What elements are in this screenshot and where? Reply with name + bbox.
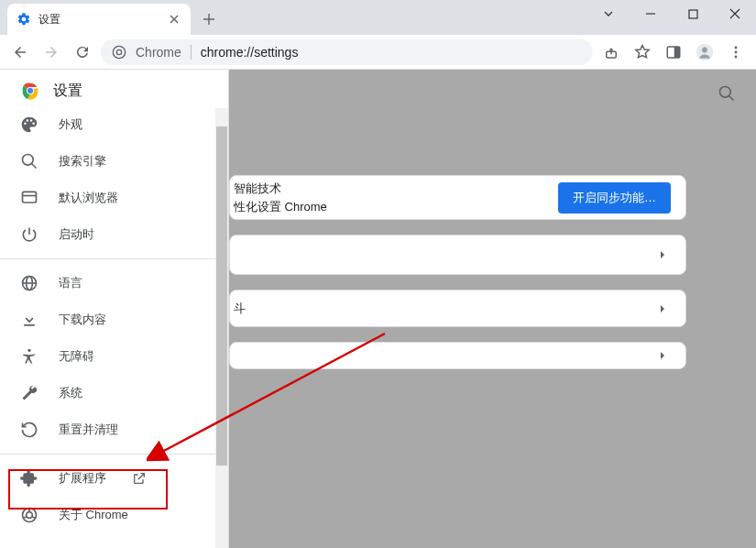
svg-point-2 xyxy=(116,49,121,54)
sync-promo-card: 智能技术 性化设置 Chrome 开启同步功能… xyxy=(229,175,686,220)
new-tab-button[interactable] xyxy=(196,6,222,32)
omnibox-separator xyxy=(191,45,192,60)
chevron-right-icon xyxy=(658,250,667,259)
forward-button[interactable] xyxy=(38,39,64,65)
sidebar-item-appearance[interactable]: 外观 xyxy=(0,106,228,143)
omnibox-prefix: Chrome xyxy=(136,45,181,60)
svg-point-9 xyxy=(735,46,738,49)
bookmark-button[interactable] xyxy=(630,39,655,65)
browser-toolbar: Chrome chrome://settings xyxy=(0,35,756,70)
sidebar-item-label: 重置并清理 xyxy=(59,422,118,438)
sidebar-item-search-engine[interactable]: 搜索引擎 xyxy=(0,143,228,180)
gear-icon xyxy=(16,12,31,27)
sidebar-item-label: 搜索引擎 xyxy=(59,153,106,170)
svg-line-26 xyxy=(23,517,27,519)
sidebar-divider xyxy=(0,258,228,259)
chrome-logo-icon xyxy=(20,81,40,101)
sidebar-item-label: 关于 Chrome xyxy=(59,507,128,523)
window-titlebar: 设置 xyxy=(0,0,756,35)
tab-title: 设置 xyxy=(38,12,159,27)
sidebar-item-label: 语言 xyxy=(59,275,82,291)
window-minimize-button[interactable] xyxy=(630,0,672,27)
sidebar-item-label: 外观 xyxy=(59,116,82,133)
svg-rect-6 xyxy=(675,47,680,58)
sidebar-item-system[interactable]: 系统 xyxy=(0,375,228,411)
chevron-right-icon xyxy=(658,351,667,360)
svg-point-10 xyxy=(735,50,738,53)
svg-line-16 xyxy=(32,164,37,169)
sidebar-item-default-browser[interactable]: 默认浏览器 xyxy=(0,180,228,216)
omnibox-url: chrome://settings xyxy=(201,45,299,60)
window-close-button[interactable] xyxy=(714,0,756,27)
tab-close-button[interactable] xyxy=(167,12,181,27)
sidebar-item-extensions[interactable]: 扩展程序 xyxy=(0,460,228,497)
chrome-badge-icon xyxy=(112,45,126,60)
svg-point-1 xyxy=(113,46,125,58)
back-button[interactable] xyxy=(7,39,33,65)
sidebar-scrollbar-track[interactable] xyxy=(215,108,228,548)
svg-point-8 xyxy=(702,47,707,52)
accessibility-icon xyxy=(20,347,38,366)
turn-on-sync-button[interactable]: 开启同步功能… xyxy=(558,182,671,214)
card-text-fragment: 斗 xyxy=(234,301,246,317)
reload-button[interactable] xyxy=(70,39,95,65)
svg-point-11 xyxy=(735,55,738,58)
sidebar-header: 设置 xyxy=(0,70,228,106)
menu-button[interactable] xyxy=(723,39,749,65)
external-link-icon xyxy=(132,471,147,486)
window-chevron-button[interactable] xyxy=(587,0,630,27)
sidebar-divider xyxy=(0,454,228,455)
sidebar-item-label: 默认浏览器 xyxy=(59,190,118,206)
sidebar-item-label: 启动时 xyxy=(59,226,94,243)
settings-row-card[interactable] xyxy=(229,342,686,369)
download-icon xyxy=(20,311,38,329)
svg-line-29 xyxy=(729,96,734,101)
settings-sidebar: 设置 外观 搜索引擎 默认浏览器 启动时 语言 xyxy=(0,70,229,548)
window-controls xyxy=(587,0,756,27)
browser-tab[interactable]: 设置 xyxy=(7,4,191,35)
browser-icon xyxy=(20,189,38,207)
sidebar-title: 设置 xyxy=(53,82,82,101)
wrench-icon xyxy=(20,384,38,402)
svg-point-15 xyxy=(23,155,34,166)
globe-icon xyxy=(20,274,38,292)
extension-icon xyxy=(20,469,38,488)
settings-row-card[interactable]: 斗 xyxy=(229,290,686,327)
sidebar-item-label: 扩展程序 xyxy=(59,470,106,487)
svg-line-27 xyxy=(32,517,36,519)
sidebar-item-reset[interactable]: 重置并清理 xyxy=(0,411,228,448)
sidebar-item-languages[interactable]: 语言 xyxy=(0,265,228,301)
sidebar-item-downloads[interactable]: 下载内容 xyxy=(0,301,228,338)
window-maximize-button[interactable] xyxy=(672,0,714,27)
settings-row-card[interactable] xyxy=(229,235,686,275)
search-settings-button[interactable] xyxy=(718,84,736,103)
svg-rect-17 xyxy=(23,192,37,203)
address-bar[interactable]: Chrome chrome://settings xyxy=(101,39,593,65)
sidebar-item-label: 下载内容 xyxy=(59,312,106,328)
chrome-outline-icon xyxy=(20,506,38,524)
palette-icon xyxy=(20,115,38,134)
side-panel-button[interactable] xyxy=(661,39,686,65)
search-icon xyxy=(20,152,38,170)
svg-point-28 xyxy=(720,87,731,98)
chevron-right-icon xyxy=(658,304,667,313)
share-button[interactable] xyxy=(598,39,624,65)
sync-promo-text: 智能技术 性化设置 Chrome xyxy=(230,180,327,215)
svg-rect-0 xyxy=(689,10,697,18)
svg-point-22 xyxy=(27,349,30,352)
sidebar-item-accessibility[interactable]: 无障碍 xyxy=(0,338,228,375)
sidebar-item-startup[interactable]: 启动时 xyxy=(0,216,228,253)
sidebar-scrollbar-thumb[interactable] xyxy=(216,126,227,466)
sidebar-item-about[interactable]: 关于 Chrome xyxy=(0,497,228,533)
power-icon xyxy=(20,225,38,244)
profile-button[interactable] xyxy=(692,39,718,65)
sidebar-item-label: 系统 xyxy=(59,385,82,401)
sidebar-item-label: 无障碍 xyxy=(59,348,94,365)
restore-icon xyxy=(20,421,38,439)
settings-main-panel: 智能技术 性化设置 Chrome 开启同步功能… 斗 xyxy=(229,70,756,548)
